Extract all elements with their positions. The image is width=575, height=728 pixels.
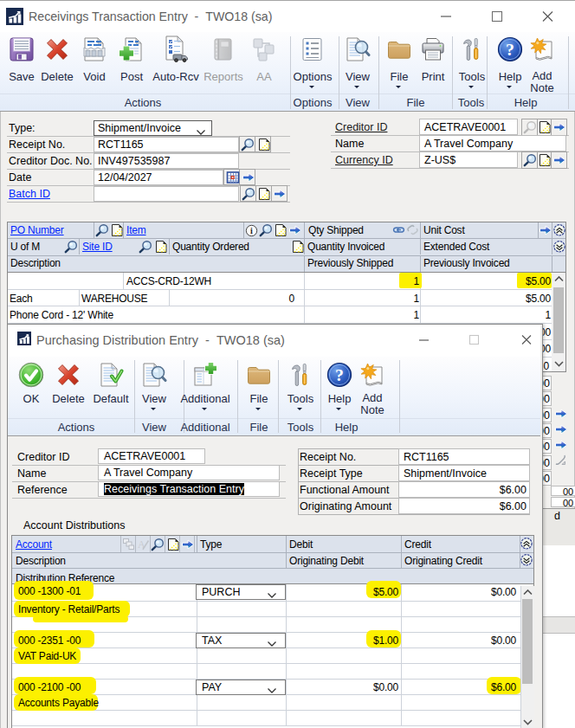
svg-text:A: A	[138, 538, 145, 551]
svg-text:?: ?	[335, 365, 344, 384]
svg-text:i: i	[250, 226, 253, 235]
svg-text:?: ?	[506, 40, 514, 59]
